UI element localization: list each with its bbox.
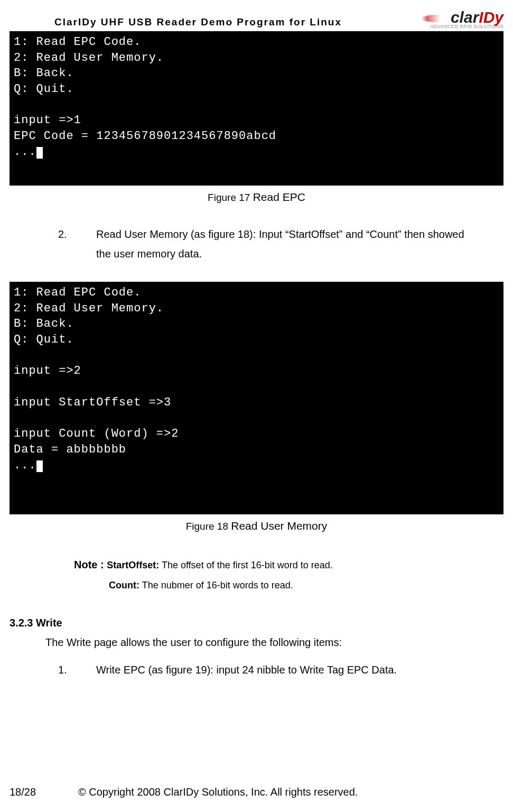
- term1-line: B: Back.: [14, 67, 74, 80]
- list-item-1-text: Write EPC (as figure 19): input 24 nibbl…: [96, 664, 397, 676]
- note-startoffset-desc: The offset of the first 16-bit word to r…: [159, 560, 333, 570]
- section-heading-write: 3.2.3 Write: [10, 617, 503, 629]
- page-number: 18/28: [10, 786, 78, 798]
- term2-line: Q: Quit.: [14, 333, 74, 346]
- term2-line: B: Back.: [14, 317, 74, 330]
- terminal-cursor-icon: [36, 460, 43, 472]
- logo-tagline: ADVANCED RFID SOLUTIONS: [421, 24, 503, 29]
- section-intro: The Write page allows the user to config…: [45, 636, 503, 649]
- figure-17-caption: Figure 17 Read EPC: [10, 191, 503, 204]
- list-item-2-number: 2.: [77, 225, 96, 244]
- term2-line: input StartOffset =>3: [14, 396, 171, 409]
- term1-line: 2: Read User Memory.: [14, 51, 164, 64]
- note-count-desc: The nubmer of 16-bit words to read.: [139, 580, 293, 590]
- note-label: Note :: [74, 559, 107, 570]
- note-line-2: Count: The nubmer of 16-bit words to rea…: [109, 576, 503, 596]
- logo-swoosh-icon: [421, 15, 453, 22]
- list-item-1-write: 1.Write EPC (as figure 19): input 24 nib…: [77, 660, 467, 680]
- copyright-text: © Copyright 2008 ClarIDy Solutions, Inc.…: [78, 786, 503, 798]
- terminal-screenshot-read-user-memory: 1: Read EPC Code. 2: Read User Memory. B…: [10, 282, 503, 514]
- terminal-screenshot-read-epc: 1: Read EPC Code. 2: Read User Memory. B…: [10, 31, 503, 186]
- page-header: ClarIDy UHF USB Reader Demo Program for …: [10, 10, 503, 29]
- note-block: Note : StartOffset: The offset of the fi…: [74, 553, 503, 596]
- figure-18-title: Read User Memory: [231, 520, 327, 532]
- figure-17-label: Figure 17: [208, 192, 253, 203]
- term1-line-prefix: ...: [14, 145, 36, 159]
- term2-line: Data = abbbbbbb: [14, 443, 126, 456]
- brand-logo: clarIDy ADVANCED RFID SOLUTIONS: [421, 10, 503, 29]
- list-item-2: 2.Read User Memory (as figure 18): Input…: [77, 225, 467, 264]
- term1-line: Q: Quit.: [14, 82, 74, 96]
- list-item-2-text: Read User Memory (as figure 18): Input “…: [96, 228, 464, 260]
- term1-line: EPC Code = 12345678901234567890abcd: [14, 130, 276, 143]
- figure-17-title: Read EPC: [253, 191, 305, 203]
- note-line-1: Note : StartOffset: The offset of the fi…: [74, 553, 503, 576]
- term2-line-prefix: ...: [14, 459, 36, 472]
- term1-line: input =>1: [14, 114, 81, 127]
- note-count-key: Count:: [109, 580, 139, 590]
- logo-text: clarIDy: [421, 10, 503, 25]
- document-title: ClarIDy UHF USB Reader Demo Program for …: [54, 16, 342, 29]
- page-footer: 18/28 © Copyright 2008 ClarIDy Solutions…: [10, 786, 503, 798]
- terminal-cursor-icon: [36, 147, 43, 159]
- note-startoffset-key: StartOffset:: [107, 560, 159, 570]
- term2-line: 2: Read User Memory.: [14, 302, 164, 315]
- list-item-1-number: 1.: [77, 660, 96, 680]
- figure-18-caption: Figure 18 Read User Memory: [10, 520, 503, 532]
- figure-18-label: Figure 18: [186, 521, 231, 532]
- term1-line: 1: Read EPC Code.: [14, 35, 141, 49]
- term2-line: input =>2: [14, 364, 81, 377]
- term2-line: 1: Read EPC Code.: [14, 286, 141, 299]
- term2-line: input Count (Word) =>2: [14, 427, 179, 440]
